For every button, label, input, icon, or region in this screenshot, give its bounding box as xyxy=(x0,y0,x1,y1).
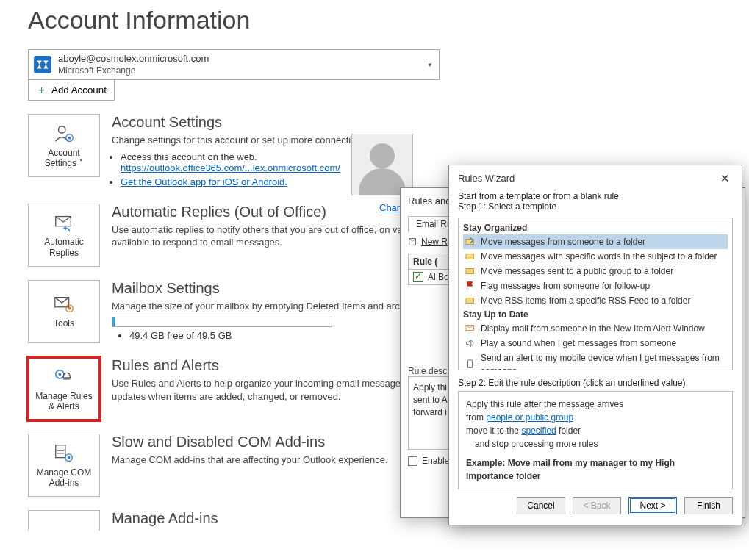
template-list[interactable]: Stay Organized Move messages from someon… xyxy=(458,218,733,370)
section-heading: Manage Add-ins xyxy=(112,510,435,527)
svg-rect-11 xyxy=(56,445,65,457)
person-gear-icon xyxy=(53,123,75,145)
people-or-group-link[interactable]: people or public group xyxy=(486,412,573,423)
step1-label: Step 1: Select a template xyxy=(449,201,742,215)
rules-wizard-dialog: Rules Wizard ✕ Start from a template or … xyxy=(448,165,742,525)
avatar xyxy=(351,134,413,195)
manage-com-addins-tile[interactable]: Manage COM Add-ins xyxy=(28,434,100,497)
mobile-icon xyxy=(465,359,476,370)
tile-label: Automatic Replies xyxy=(32,237,96,258)
owa-link[interactable]: https://outlook.office365.com/...lex.onm… xyxy=(121,162,340,173)
section-desc: Manage the size of your mailbox by empty… xyxy=(112,300,435,313)
checkbox-icon xyxy=(408,456,417,466)
envelope-reply-icon xyxy=(53,212,75,234)
account-settings-tile[interactable]: Account Settings ˅ xyxy=(28,114,100,177)
account-email: aboyle@cosmolex.onmicrosoft.com xyxy=(58,53,434,65)
tile-label: Tools xyxy=(54,318,74,329)
checkbox-checked-icon[interactable] xyxy=(413,272,423,282)
folder-move-icon xyxy=(465,251,476,262)
template-group-heading: Stay Organized xyxy=(463,223,728,233)
finish-button[interactable]: Finish xyxy=(684,497,733,514)
automatic-replies-tile[interactable]: Automatic Replies xyxy=(28,204,100,267)
svg-rect-23 xyxy=(468,360,473,368)
svg-point-16 xyxy=(68,456,71,459)
storage-free-text: 49.4 GB free of 49.5 GB xyxy=(129,330,435,341)
mobile-app-link[interactable]: Get the Outlook app for iOS or Android. xyxy=(121,176,287,187)
section-heading: Mailbox Settings xyxy=(112,280,435,297)
wizard-title: Rules Wizard xyxy=(458,173,515,184)
page-title: Account Information xyxy=(28,6,749,35)
template-item[interactable]: Send an alert to my mobile device when I… xyxy=(463,351,728,370)
plus-icon: ＋ xyxy=(36,83,47,97)
desc-line: Apply this rule after the message arrive… xyxy=(466,398,725,411)
chevron-down-icon: ▼ xyxy=(427,62,433,68)
tools-tile[interactable]: Tools xyxy=(28,280,100,343)
storage-bar xyxy=(112,317,332,327)
section-heading: Rules and Alerts xyxy=(112,357,435,374)
template-item[interactable]: Move messages sent to a public group to … xyxy=(463,264,728,279)
desc-line: move it to the specified folder xyxy=(466,424,725,437)
cancel-button[interactable]: Cancel xyxy=(517,497,565,514)
next-button[interactable]: Next > xyxy=(628,497,677,514)
template-item[interactable]: Play a sound when I get messages from so… xyxy=(463,336,728,351)
rule-description-box: Apply this rule after the message arrive… xyxy=(458,391,733,489)
folder-move-icon xyxy=(465,295,476,306)
template-item[interactable]: Move messages with specific words in the… xyxy=(463,249,728,264)
svg-point-7 xyxy=(68,307,71,310)
desc-line: from people or public group xyxy=(466,411,725,424)
alert-icon xyxy=(465,323,476,334)
manage-addins-tile[interactable] xyxy=(28,510,100,531)
template-group-heading: Stay Up to Date xyxy=(463,309,728,320)
svg-point-1 xyxy=(59,126,65,132)
template-item[interactable]: Flag messages from someone for follow-up xyxy=(463,279,728,293)
new-rule-icon xyxy=(408,237,418,247)
section-desc: Use Rules and Alerts to help organize yo… xyxy=(112,377,435,403)
folder-move-icon xyxy=(465,266,476,276)
flag-icon xyxy=(465,281,476,291)
gear-bell-icon xyxy=(53,366,75,388)
exchange-icon xyxy=(33,55,52,74)
desc-line: and stop processing more rules xyxy=(475,437,725,450)
section-heading: Slow and Disabled COM Add-ins xyxy=(112,434,435,450)
step2-label: Step 2: Edit the rule description (click… xyxy=(449,370,742,390)
specified-folder-link[interactable]: specified xyxy=(521,426,556,436)
desc-example: Example: Move mail from my manager to my… xyxy=(466,456,725,483)
manage-rules-alerts-tile[interactable]: Manage Rules & Alerts xyxy=(28,357,100,420)
section-desc: Manage COM add-ins that are affecting yo… xyxy=(112,453,435,467)
mailbox-gear-icon xyxy=(53,293,75,315)
account-selector[interactable]: aboyle@cosmolex.onmicrosoft.com Microsof… xyxy=(28,49,440,80)
wizard-subtitle: Start from a template or from a blank ru… xyxy=(449,190,742,201)
tile-label: Manage Rules & Alerts xyxy=(32,391,96,412)
close-button[interactable]: ✕ xyxy=(716,171,734,185)
add-account-label: Add Account xyxy=(51,85,107,96)
folder-move-icon xyxy=(465,237,476,247)
back-button[interactable]: < Back xyxy=(573,497,621,514)
addin-gear-icon xyxy=(53,442,75,464)
section-desc: Use automatic replies to notify others t… xyxy=(112,223,435,249)
svg-point-9 xyxy=(59,373,62,376)
template-item[interactable]: Move messages from someone to a folder xyxy=(463,234,728,249)
tile-label: Manage COM Add-ins xyxy=(32,467,96,489)
sound-icon xyxy=(465,338,476,348)
account-type: Microsoft Exchange xyxy=(58,65,434,76)
add-account-button[interactable]: ＋ Add Account xyxy=(28,80,115,101)
template-item[interactable]: Display mail from someone in the New Ite… xyxy=(463,321,728,336)
tile-label: Account Settings ˅ xyxy=(32,148,96,169)
svg-point-3 xyxy=(68,136,71,139)
new-rule-button[interactable]: New R xyxy=(408,237,448,247)
svg-rect-20 xyxy=(466,269,474,274)
section-heading: Account Settings xyxy=(112,114,435,131)
svg-rect-19 xyxy=(466,254,474,259)
template-item[interactable]: Move RSS items from a specific RSS Feed … xyxy=(463,293,728,308)
svg-rect-0 xyxy=(34,56,51,73)
svg-rect-21 xyxy=(466,298,474,304)
